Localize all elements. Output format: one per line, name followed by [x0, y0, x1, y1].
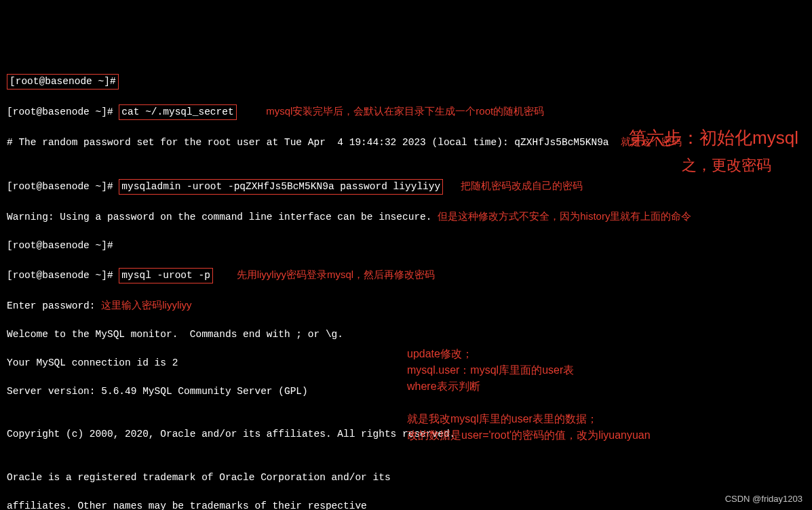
- term-line: Warning: Using a password on the command…: [7, 209, 805, 224]
- annotation: mysql安装完毕后，会默认在家目录下生成一个root的随机密码: [266, 105, 544, 117]
- term-line: Server version: 5.6.49 MySQL Community S…: [7, 385, 805, 399]
- annotation-block: update修改； mysql.user：mysql库里面的user表 wher…: [407, 346, 651, 444]
- term-line: [root@basenode ~]# cat ~/.mysql_secret m…: [7, 104, 805, 120]
- watermark: CSDN @friday1203: [725, 493, 803, 506]
- annotation: 先用liyyliyy密码登录mysql，然后再修改密码: [237, 269, 436, 280]
- boxed-cmd: mysqladmin -uroot -pqZXHfJs5BcM5KN9a pas…: [119, 179, 443, 195]
- boxed-prompt: [root@basenode ~]#: [7, 74, 119, 90]
- term-line: Oracle is a registered trademark of Orac…: [7, 471, 805, 485]
- annotation: 但是这种修改方式不安全，因为history里就有上面的命令: [438, 210, 691, 222]
- term-line: affiliates. Other names may be trademark…: [7, 499, 805, 510]
- annotation: 把随机密码改成自己的密码: [461, 180, 583, 191]
- term-line: [root@basenode ~]#: [7, 239, 805, 253]
- term-line: Copyright (c) 2000, 2020, Oracle and/or …: [7, 427, 805, 442]
- term-line: [root@basenode ~]# mysql -uroot -p 先用liy…: [7, 267, 805, 283]
- annotation: 这里输入密码liyyliyy: [101, 299, 191, 311]
- boxed-cmd: mysql -uroot -p: [119, 268, 213, 283]
- term-line: [root@basenode ~]# mysqladmin -uroot -pq…: [7, 178, 805, 195]
- boxed-cmd: cat ~/.mysql_secret: [119, 104, 236, 120]
- annotation-subtitle: 之，更改密码: [682, 155, 771, 176]
- term-line: [root@basenode ~]#: [7, 74, 805, 90]
- term-line: Welcome to the MySQL monitor. Commands e…: [7, 328, 805, 342]
- annotation-title: 第六步：初始化mysql: [629, 125, 798, 151]
- term-line: Enter password: 这里输入密码liyyliyy: [7, 298, 805, 313]
- term-line: Your MySQL connection id is 2: [7, 356, 805, 370]
